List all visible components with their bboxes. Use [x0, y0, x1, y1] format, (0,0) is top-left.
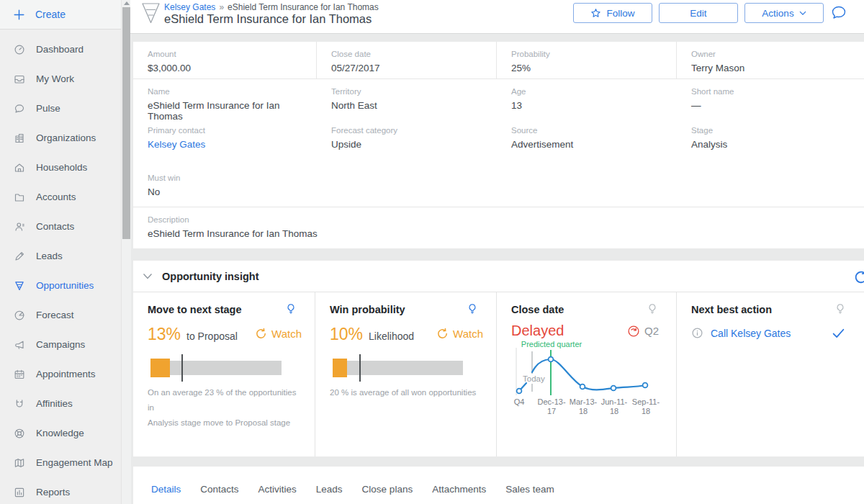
insight-bulb-icon[interactable]	[285, 303, 297, 315]
sidebar-item-opportunities[interactable]: Opportunities	[0, 271, 121, 300]
sidebar-item-reports[interactable]: Reports	[0, 477, 121, 504]
magnet-icon	[14, 398, 25, 410]
field-value: 13	[511, 100, 677, 111]
field-value: Terry Mason	[691, 63, 864, 73]
calendar-icon	[14, 369, 25, 380]
field-label: Age	[511, 87, 677, 96]
field-territory: Territory North East	[317, 79, 497, 118]
sidebar-item-pulse[interactable]: Pulse	[0, 94, 121, 123]
tab-attachments[interactable]: Attachments	[432, 484, 486, 495]
info-icon[interactable]	[691, 327, 703, 339]
tab-activities[interactable]: Activities	[258, 484, 297, 495]
field-close-date: Close date 05/27/2017	[317, 42, 497, 78]
vertical-scrollbar[interactable]	[121, 0, 131, 504]
sidebar-item-label: Engagement Map	[36, 457, 113, 468]
tab-close-plans[interactable]: Close plans	[362, 484, 413, 495]
stage-progress-bar	[148, 354, 294, 382]
sidebar: Create Dashboard My Work Pulse Organizat…	[0, 0, 121, 504]
create-button[interactable]: Create	[0, 0, 121, 30]
sidebar-item-leads[interactable]: Leads	[0, 241, 121, 271]
insight-card-move-to-next-stage: Move to next stage 13% to Proposal Watch	[133, 292, 315, 456]
field-age: Age 13	[497, 79, 677, 118]
sidebar-item-campaigns[interactable]: Campaigns	[0, 330, 121, 359]
card-title: Move to next stage	[148, 304, 302, 315]
folder-icon	[14, 192, 25, 203]
pie-icon	[14, 310, 25, 321]
sidebar-item-households[interactable]: Households	[0, 153, 121, 182]
lifebuoy-icon	[14, 428, 25, 439]
insight-bulb-icon[interactable]	[647, 303, 658, 315]
sidebar-item-dashboard[interactable]: Dashboard	[0, 35, 121, 64]
breadcrumb-separator: »	[219, 2, 224, 12]
field-source: Source Advertisement	[497, 118, 677, 166]
field-value: eShield Term Insurance for Ian Thomas	[148, 228, 864, 239]
sidebar-item-label: Reports	[36, 487, 70, 498]
field-label: Must win	[148, 174, 317, 182]
sidebar-item-label: My Work	[36, 73, 74, 84]
watch-icon	[255, 328, 267, 340]
watch-button[interactable]: Watch	[436, 328, 483, 340]
sidebar-item-contacts[interactable]: Contacts	[0, 212, 121, 241]
accept-action-check-icon[interactable]	[832, 328, 845, 339]
field-value: Upside	[331, 139, 497, 150]
field-label: Owner	[691, 50, 864, 58]
sidebar-item-label: Accounts	[36, 192, 76, 202]
field-label: Name	[148, 87, 317, 96]
field-value: 05/27/2017	[331, 63, 496, 73]
sidebar-item-label: Opportunities	[36, 280, 94, 291]
watch-button[interactable]: Watch	[255, 328, 302, 340]
sidebar-item-label: Dashboard	[36, 44, 84, 55]
breadcrumb: Kelsey Gates»eShield Term Insurance for …	[164, 2, 379, 12]
sidebar-item-engagement-map[interactable]: Engagement Map	[0, 448, 121, 477]
close-date-prediction-chart: Predicted quarter Today Q4 Dec-13- 17 Ma	[507, 341, 671, 415]
field-value: Advertisement	[511, 139, 677, 150]
sidebar-item-affinities[interactable]: Affinities	[0, 389, 121, 418]
tab-details[interactable]: Details	[151, 484, 181, 495]
inbox-icon	[14, 73, 25, 85]
tab-leads[interactable]: Leads	[316, 484, 343, 495]
tab-contacts[interactable]: Contacts	[200, 484, 238, 495]
sidebar-item-my-work[interactable]: My Work	[0, 64, 121, 94]
x-tick: 17	[547, 407, 556, 415]
sidebar-item-label: Affinities	[36, 398, 73, 409]
field-label: Stage	[691, 126, 864, 135]
scroll-up-arrow[interactable]	[124, 1, 130, 5]
refresh-icon[interactable]	[853, 269, 864, 285]
field-forecast-category: Forecast category Upside	[317, 118, 497, 166]
page-title: eShield Term Insurance for Ian Thomas	[164, 12, 372, 26]
scrollbar-thumb[interactable]	[122, 7, 130, 239]
sidebar-item-label: Households	[36, 162, 87, 173]
insight-bulb-icon[interactable]	[467, 303, 478, 315]
plus-icon	[14, 9, 24, 20]
x-tick: Dec-13-	[537, 397, 565, 406]
insight-bulb-icon[interactable]	[834, 303, 846, 315]
breadcrumb-current: eShield Term Insurance for Ian Thomas	[228, 2, 379, 12]
primary-contact-link[interactable]: Kelsey Gates	[148, 139, 317, 150]
field-name: Name eShield Term Insurance for Ian Thom…	[133, 79, 317, 118]
field-label: Amount	[148, 50, 316, 58]
next-best-action-link[interactable]: Call Kelsey Gates	[711, 328, 791, 339]
opportunity-funnel-logo-icon	[141, 2, 161, 24]
sidebar-item-organizations[interactable]: Organizations	[0, 123, 121, 153]
chat-bubble-icon[interactable]	[830, 4, 847, 22]
sidebar-item-knowledge[interactable]: Knowledge	[0, 418, 121, 448]
main-content: Kelsey Gates»eShield Term Insurance for …	[130, 0, 864, 504]
watch-icon	[436, 328, 449, 340]
sidebar-item-label: Appointments	[36, 369, 96, 379]
field-label: Forecast category	[331, 126, 497, 135]
sidebar-item-accounts[interactable]: Accounts	[0, 182, 121, 212]
edit-button[interactable]: Edit	[659, 3, 738, 23]
actions-button[interactable]: Actions	[744, 3, 824, 23]
breadcrumb-parent-link[interactable]: Kelsey Gates	[164, 2, 215, 12]
funnel-icon	[14, 280, 25, 292]
x-tick: Jun-11-	[601, 397, 628, 406]
field-must-win: Must win No	[133, 166, 317, 207]
section-collapse-chevron-icon[interactable]	[143, 273, 153, 280]
tab-sales-team[interactable]: Sales team	[505, 484, 554, 495]
follow-button[interactable]: Follow	[573, 3, 652, 23]
insight-card-win-probability: Win probability 10% Likelihood Watch	[315, 292, 497, 456]
speech-bubble-icon	[14, 103, 25, 114]
sidebar-item-appointments[interactable]: Appointments	[0, 359, 121, 389]
sidebar-item-forecast[interactable]: Forecast	[0, 300, 121, 330]
average-marker	[359, 354, 361, 382]
